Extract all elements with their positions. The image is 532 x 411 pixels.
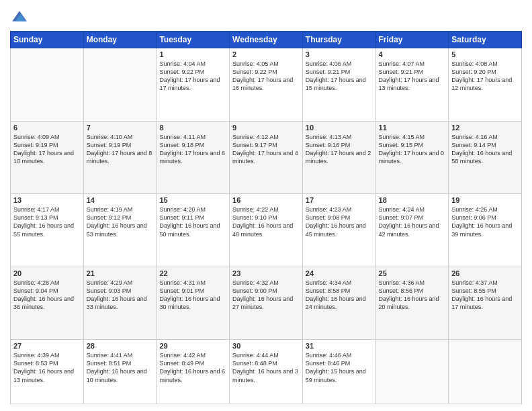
day-info: Sunrise: 4:10 AMSunset: 9:19 PMDaylight:… (87, 133, 154, 166)
weekday-sunday: Sunday (11, 32, 84, 48)
day-number: 16 (232, 196, 300, 204)
day-cell: 14Sunrise: 4:19 AMSunset: 9:12 PMDayligh… (83, 194, 157, 267)
weekday-wednesday: Wednesday (230, 32, 303, 48)
day-cell: 6Sunrise: 4:09 AMSunset: 9:19 PMDaylight… (11, 121, 84, 194)
day-number: 14 (87, 196, 154, 204)
day-cell: 30Sunrise: 4:44 AMSunset: 8:48 PMDayligh… (230, 340, 303, 404)
day-info: Sunrise: 4:29 AMSunset: 9:03 PMDaylight:… (87, 279, 154, 312)
day-number: 20 (13, 269, 81, 277)
header (10, 7, 522, 26)
day-info: Sunrise: 4:19 AMSunset: 9:12 PMDaylight:… (87, 205, 154, 238)
day-info: Sunrise: 4:22 AMSunset: 9:10 PMDaylight:… (232, 205, 300, 238)
week-row-2: 6Sunrise: 4:09 AMSunset: 9:19 PMDaylight… (11, 121, 522, 194)
day-number: 26 (451, 269, 519, 277)
day-info: Sunrise: 4:32 AMSunset: 9:00 PMDaylight:… (232, 279, 300, 312)
day-info: Sunrise: 4:15 AMSunset: 9:15 PMDaylight:… (379, 133, 446, 166)
day-number: 8 (159, 124, 226, 132)
day-info: Sunrise: 4:04 AMSunset: 9:22 PMDaylight:… (159, 60, 226, 93)
day-cell: 10Sunrise: 4:13 AMSunset: 9:16 PMDayligh… (302, 121, 375, 194)
day-cell: 21Sunrise: 4:29 AMSunset: 9:03 PMDayligh… (83, 267, 157, 340)
day-cell: 11Sunrise: 4:15 AMSunset: 9:15 PMDayligh… (375, 121, 449, 194)
day-info: Sunrise: 4:07 AMSunset: 9:21 PMDaylight:… (379, 60, 446, 93)
day-info: Sunrise: 4:23 AMSunset: 9:08 PMDaylight:… (306, 205, 373, 238)
day-number: 2 (232, 50, 300, 58)
day-number: 27 (13, 342, 81, 350)
day-number: 12 (451, 124, 519, 132)
day-number: 25 (379, 269, 446, 277)
day-info: Sunrise: 4:16 AMSunset: 9:14 PMDaylight:… (451, 133, 519, 166)
day-info: Sunrise: 4:28 AMSunset: 9:04 PMDaylight:… (13, 279, 81, 312)
page: SundayMondayTuesdayWednesdayThursdayFrid… (0, 0, 532, 411)
day-number: 23 (232, 269, 300, 277)
day-info: Sunrise: 4:46 AMSunset: 8:46 PMDaylight:… (306, 351, 373, 384)
day-cell: 29Sunrise: 4:42 AMSunset: 8:49 PMDayligh… (157, 340, 230, 404)
day-info: Sunrise: 4:17 AMSunset: 9:13 PMDaylight:… (13, 205, 81, 238)
day-number: 31 (306, 342, 373, 350)
day-number: 5 (451, 50, 519, 58)
day-cell: 2Sunrise: 4:05 AMSunset: 9:22 PMDaylight… (230, 48, 303, 122)
day-cell: 19Sunrise: 4:26 AMSunset: 9:06 PMDayligh… (449, 194, 522, 267)
day-number: 24 (306, 269, 373, 277)
day-cell: 22Sunrise: 4:31 AMSunset: 9:01 PMDayligh… (157, 267, 230, 340)
week-row-4: 20Sunrise: 4:28 AMSunset: 9:04 PMDayligh… (11, 267, 522, 340)
day-number: 15 (159, 196, 226, 204)
calendar-table: SundayMondayTuesdayWednesdayThursdayFrid… (10, 31, 522, 404)
day-cell: 28Sunrise: 4:41 AMSunset: 8:51 PMDayligh… (83, 340, 157, 404)
day-cell: 1Sunrise: 4:04 AMSunset: 9:22 PMDaylight… (157, 48, 230, 122)
day-info: Sunrise: 4:34 AMSunset: 8:58 PMDaylight:… (306, 279, 373, 312)
day-info: Sunrise: 4:31 AMSunset: 9:01 PMDaylight:… (159, 279, 226, 312)
day-info: Sunrise: 4:11 AMSunset: 9:18 PMDaylight:… (159, 133, 226, 166)
day-number: 28 (87, 342, 154, 350)
day-info: Sunrise: 4:41 AMSunset: 8:51 PMDaylight:… (87, 351, 154, 384)
day-cell: 16Sunrise: 4:22 AMSunset: 9:10 PMDayligh… (230, 194, 303, 267)
weekday-friday: Friday (375, 32, 449, 48)
day-info: Sunrise: 4:12 AMSunset: 9:17 PMDaylight:… (232, 133, 300, 166)
day-cell: 25Sunrise: 4:36 AMSunset: 8:56 PMDayligh… (375, 267, 449, 340)
day-cell (449, 340, 522, 404)
day-number: 1 (159, 50, 226, 58)
day-info: Sunrise: 4:24 AMSunset: 9:07 PMDaylight:… (379, 205, 446, 238)
day-info: Sunrise: 4:36 AMSunset: 8:56 PMDaylight:… (379, 279, 446, 312)
day-cell: 8Sunrise: 4:11 AMSunset: 9:18 PMDaylight… (157, 121, 230, 194)
day-cell: 24Sunrise: 4:34 AMSunset: 8:58 PMDayligh… (302, 267, 375, 340)
day-number: 7 (87, 124, 154, 132)
day-number: 17 (306, 196, 373, 204)
week-row-3: 13Sunrise: 4:17 AMSunset: 9:13 PMDayligh… (11, 194, 522, 267)
day-number: 6 (13, 124, 81, 132)
day-cell (11, 48, 84, 122)
day-cell: 5Sunrise: 4:08 AMSunset: 9:20 PMDaylight… (449, 48, 522, 122)
logo-icon (10, 7, 29, 26)
weekday-saturday: Saturday (449, 32, 522, 48)
day-cell: 15Sunrise: 4:20 AMSunset: 9:11 PMDayligh… (157, 194, 230, 267)
day-number: 9 (232, 124, 300, 132)
day-number: 13 (13, 196, 81, 204)
day-cell: 17Sunrise: 4:23 AMSunset: 9:08 PMDayligh… (302, 194, 375, 267)
day-info: Sunrise: 4:08 AMSunset: 9:20 PMDaylight:… (451, 60, 519, 93)
day-cell: 26Sunrise: 4:37 AMSunset: 8:55 PMDayligh… (449, 267, 522, 340)
day-number: 21 (87, 269, 154, 277)
day-number: 4 (379, 50, 446, 58)
day-number: 3 (306, 50, 373, 58)
day-cell: 4Sunrise: 4:07 AMSunset: 9:21 PMDaylight… (375, 48, 449, 122)
day-info: Sunrise: 4:39 AMSunset: 8:53 PMDaylight:… (13, 351, 81, 384)
day-number: 29 (159, 342, 226, 350)
day-number: 18 (379, 196, 446, 204)
weekday-tuesday: Tuesday (157, 32, 230, 48)
day-info: Sunrise: 4:44 AMSunset: 8:48 PMDaylight:… (232, 351, 300, 384)
day-info: Sunrise: 4:20 AMSunset: 9:11 PMDaylight:… (159, 205, 226, 238)
day-info: Sunrise: 4:37 AMSunset: 8:55 PMDaylight:… (451, 279, 519, 312)
day-cell (375, 340, 449, 404)
day-info: Sunrise: 4:06 AMSunset: 9:21 PMDaylight:… (306, 60, 373, 93)
day-cell: 18Sunrise: 4:24 AMSunset: 9:07 PMDayligh… (375, 194, 449, 267)
day-number: 11 (379, 124, 446, 132)
weekday-header-row: SundayMondayTuesdayWednesdayThursdayFrid… (11, 32, 522, 48)
day-number: 19 (451, 196, 519, 204)
day-number: 30 (232, 342, 300, 350)
day-info: Sunrise: 4:13 AMSunset: 9:16 PMDaylight:… (306, 133, 373, 166)
day-info: Sunrise: 4:26 AMSunset: 9:06 PMDaylight:… (451, 205, 519, 238)
day-cell: 12Sunrise: 4:16 AMSunset: 9:14 PMDayligh… (449, 121, 522, 194)
day-cell: 31Sunrise: 4:46 AMSunset: 8:46 PMDayligh… (302, 340, 375, 404)
day-cell (83, 48, 157, 122)
weekday-monday: Monday (83, 32, 157, 48)
day-cell: 20Sunrise: 4:28 AMSunset: 9:04 PMDayligh… (11, 267, 84, 340)
